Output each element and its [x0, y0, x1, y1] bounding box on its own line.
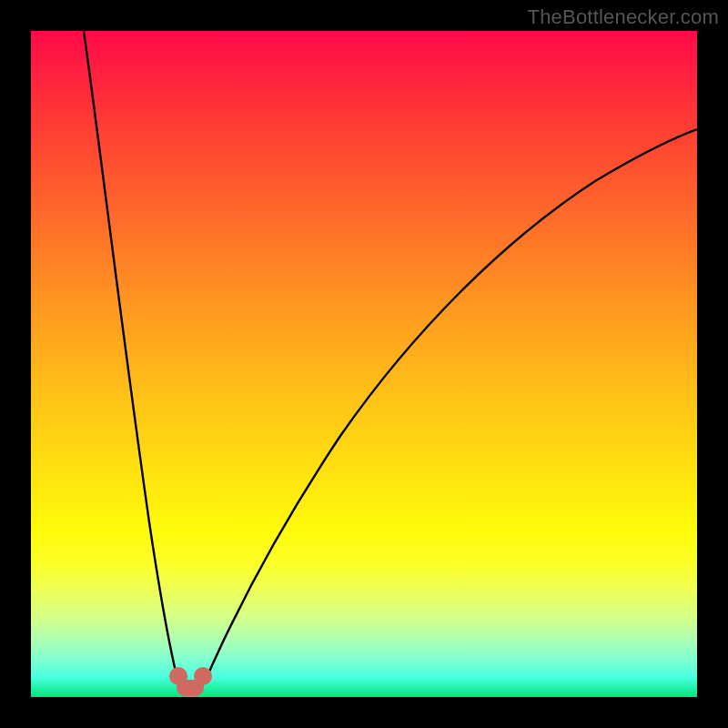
plot-area [31, 31, 697, 697]
valley-marker-bar [177, 680, 204, 696]
outer-frame: TheBottlenecker.com [0, 0, 728, 728]
bottleneck-curve [31, 31, 697, 697]
watermark-text: TheBottlenecker.com [528, 5, 719, 29]
curve-right-branch [195, 129, 697, 694]
curve-left-branch [84, 31, 186, 694]
